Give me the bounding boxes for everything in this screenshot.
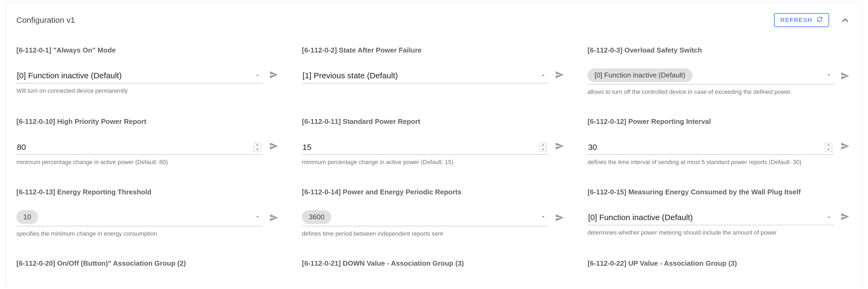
select-field[interactable]: [0] Function inactive (Default) — [17, 71, 262, 83]
param-up-value-assoc-group-3: [6-112-0-22] UP Value - Association Grou… — [588, 259, 851, 282]
field-value[interactable]: 80 — [17, 142, 262, 152]
param-overload-safety-switch: [6-112-0-3] Overload Safety Switch[0] Fu… — [588, 46, 851, 96]
number-field[interactable]: 80 — [17, 142, 262, 155]
field-value[interactable]: [0] Function inactive (Default) — [17, 71, 262, 81]
refresh-label: REFRESH — [780, 16, 812, 24]
spinner-down-icon[interactable] — [254, 147, 261, 152]
param-label: [6-112-0-20] On/Off (Button)" Associatio… — [17, 259, 280, 268]
send-icon — [554, 69, 565, 81]
field-row: 3600 — [302, 210, 566, 226]
field-value[interactable]: 30 — [588, 142, 834, 152]
field-row: [0] Function inactive (Default) — [17, 68, 280, 83]
collapse-button[interactable] — [839, 14, 851, 27]
field-value[interactable]: 15 — [302, 142, 548, 152]
helper-text: allows to turn off the controlled device… — [588, 88, 851, 96]
helper-text: determines whether power metering should… — [588, 229, 851, 237]
param-label: [6-112-0-21] DOWN Value - Association Gr… — [302, 259, 566, 268]
send-icon — [840, 211, 850, 223]
param-label: [6-112-0-2] State After Power Failure — [302, 46, 566, 55]
number-field[interactable]: 15 — [302, 142, 548, 155]
send-button[interactable] — [839, 69, 851, 83]
refresh-button[interactable]: REFRESH — [774, 13, 829, 27]
param-energy-reporting-threshold: [6-112-0-13] Energy Reporting Threshold1… — [17, 188, 280, 238]
send-button[interactable] — [268, 211, 280, 225]
param-label: [6-112-0-14] Power and Energy Periodic R… — [302, 188, 566, 197]
params-grid: [6-112-0-1] "Always On" Mode[0] Function… — [17, 46, 851, 282]
value-chip[interactable]: [0] Function inactive (Default) — [588, 68, 692, 82]
send-button[interactable] — [268, 140, 280, 154]
param-label: [6-112-0-13] Energy Reporting Threshold — [17, 188, 280, 197]
send-icon — [840, 71, 850, 82]
param-standard-power-report: [6-112-0-11] Standard Power Report15mini… — [302, 117, 566, 166]
number-spinner[interactable] — [825, 143, 832, 152]
send-button[interactable] — [839, 210, 851, 224]
param-onoff-button-assoc-group-2: [6-112-0-20] On/Off (Button)" Associatio… — [17, 259, 280, 282]
send-icon — [269, 69, 279, 81]
helper-text: specifies the minimum change in energy c… — [17, 230, 280, 238]
param-label: [6-112-0-10] High Priority Power Report — [17, 117, 280, 126]
field-value[interactable]: [1] Previous state (Default) — [302, 71, 548, 81]
refresh-icon — [817, 16, 823, 24]
param-measuring-energy-self: [6-112-0-15] Measuring Energy Consumed b… — [588, 188, 851, 238]
field-row: [1] Previous state (Default) — [302, 68, 566, 83]
card-title: Configuration v1 — [17, 15, 75, 25]
param-power-energy-periodic-reports: [6-112-0-14] Power and Energy Periodic R… — [302, 188, 566, 238]
select-field[interactable]: 3600 — [302, 210, 548, 226]
value-chip[interactable]: 10 — [17, 210, 38, 224]
number-spinner[interactable] — [539, 143, 547, 152]
card-actions: REFRESH — [774, 13, 851, 27]
select-field[interactable]: [1] Previous state (Default) — [302, 71, 548, 83]
configuration-card: Configuration v1 REFRESH [6-112-0-1] "Al… — [5, 2, 863, 286]
send-button[interactable] — [553, 68, 566, 82]
send-button[interactable] — [553, 140, 566, 154]
number-field[interactable]: 30 — [588, 142, 834, 155]
helper-text: minimum percentage change in active powe… — [17, 158, 280, 166]
send-icon — [554, 212, 565, 224]
param-label: [6-112-0-1] "Always On" Mode — [17, 46, 280, 55]
value-chip[interactable]: 3600 — [302, 210, 332, 224]
field-row: [0] Function inactive (Default) — [588, 68, 851, 84]
field-row: [0] Function inactive (Default) — [588, 210, 851, 225]
card-header: Configuration v1 REFRESH — [17, 13, 851, 27]
param-label: [6-112-0-11] Standard Power Report — [302, 117, 566, 126]
spinner-down-icon[interactable] — [825, 147, 832, 152]
param-power-reporting-interval: [6-112-0-12] Power Reporting Interval30d… — [588, 117, 851, 166]
send-button[interactable] — [553, 211, 566, 225]
field-value[interactable]: [0] Function inactive (Default) — [588, 212, 834, 222]
helper-text: Will turn on connected device permanentl… — [17, 87, 280, 95]
chevron-down-icon — [540, 214, 546, 221]
send-icon — [269, 212, 279, 224]
param-always-on-mode: [6-112-0-1] "Always On" Mode[0] Function… — [17, 46, 280, 96]
send-icon — [840, 141, 850, 152]
helper-text: defines the time interval of sending at … — [588, 158, 851, 166]
number-spinner[interactable] — [253, 143, 261, 152]
field-row: 15 — [302, 140, 566, 155]
param-label: [6-112-0-3] Overload Safety Switch — [588, 46, 851, 55]
send-icon — [269, 141, 279, 152]
send-icon — [554, 141, 565, 152]
select-field[interactable]: [0] Function inactive (Default) — [588, 68, 834, 84]
helper-text: defines time period between independent … — [302, 230, 566, 238]
spinner-up-icon[interactable] — [254, 143, 261, 147]
spinner-down-icon[interactable] — [539, 147, 547, 152]
spinner-up-icon[interactable] — [825, 143, 832, 147]
param-label: [6-112-0-12] Power Reporting Interval — [588, 117, 851, 126]
field-row: 30 — [588, 140, 851, 155]
param-label: [6-112-0-15] Measuring Energy Consumed b… — [588, 188, 851, 197]
param-high-priority-power-report: [6-112-0-10] High Priority Power Report8… — [17, 117, 280, 166]
param-label: [6-112-0-22] UP Value - Association Grou… — [588, 259, 851, 268]
spinner-up-icon[interactable] — [539, 143, 547, 147]
send-button[interactable] — [839, 140, 851, 154]
select-field[interactable]: 10 — [17, 210, 262, 226]
chevron-down-icon — [255, 214, 260, 221]
chevron-up-icon — [840, 15, 850, 25]
chevron-down-icon — [826, 72, 832, 79]
send-button[interactable] — [268, 68, 280, 82]
field-row: 80 — [17, 140, 280, 155]
field-row: 10 — [17, 210, 280, 226]
helper-text: minimum percentage change in active powe… — [302, 158, 566, 166]
param-state-after-power-failure: [6-112-0-2] State After Power Failure[1]… — [302, 46, 566, 96]
param-down-value-assoc-group-3: [6-112-0-21] DOWN Value - Association Gr… — [302, 259, 566, 282]
select-field[interactable]: [0] Function inactive (Default) — [588, 212, 834, 225]
